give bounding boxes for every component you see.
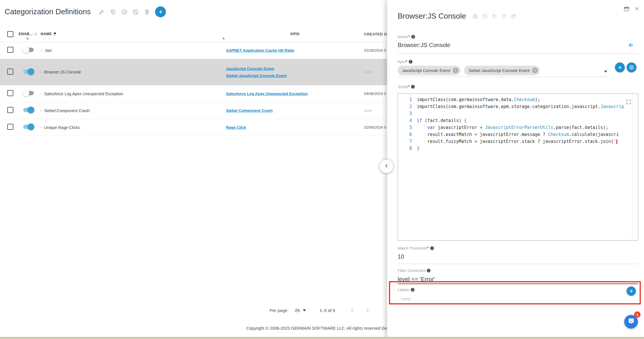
add-definition-button[interactable] xyxy=(155,6,166,17)
row-checkbox[interactable] xyxy=(7,124,13,130)
insert-variable-icon[interactable] xyxy=(628,42,633,48)
line-number: 8 xyxy=(398,145,417,152)
line-text: importClass(com.germainsoftware.apm.stor… xyxy=(417,103,638,110)
match-threshold-label: Match Threshold* xyxy=(398,246,434,250)
fullscreen-icon[interactable] xyxy=(626,99,632,105)
kpi-chip[interactable]: Siebel JavaScript Console Event ✕ xyxy=(464,66,540,75)
kpi-link[interactable]: Salesforce Log Apex Unexpected Exception xyxy=(226,92,308,96)
column-header-kpis[interactable]: KPIS xyxy=(290,32,299,36)
column-header-created[interactable]: CREATED O xyxy=(364,32,387,36)
copy-icon[interactable] xyxy=(491,13,497,19)
kpi-links: Siebel Component Crash xyxy=(226,108,364,113)
code-line: 3 xyxy=(398,110,638,117)
kpi-link[interactable]: Siebel Component Crash xyxy=(226,108,273,113)
kpi-links: Salesforce Log Apex Unexpected Exception xyxy=(226,92,364,96)
select-all-checkbox[interactable] xyxy=(7,31,13,37)
prev-page-button[interactable] xyxy=(349,307,356,313)
kpi-link[interactable]: ASPNET Application Cache Hit Ratio xyxy=(226,48,294,53)
match-threshold-underline xyxy=(398,264,638,264)
kpi-link[interactable]: JavaScript Console Event xyxy=(226,67,274,71)
row-checkbox[interactable] xyxy=(7,90,13,96)
chevron-down-icon[interactable] xyxy=(604,71,607,73)
enabled-toggle[interactable] xyxy=(23,48,34,52)
info-icon xyxy=(409,60,412,64)
page-range: 1–5 of 5 xyxy=(320,308,335,313)
ban-icon[interactable] xyxy=(482,13,488,19)
info-icon xyxy=(411,85,415,89)
page-title: Categorization Definitions xyxy=(5,7,91,16)
name-input[interactable]: Browser:JS Console xyxy=(398,42,450,49)
line-text: var javascriptError = JavascriptErrorPar… xyxy=(417,124,638,131)
list-toolbar: Categorization Definitions xyxy=(5,6,166,17)
required-asterisk: * xyxy=(406,59,407,64)
code-line: 7 result.fuzzyMatch = javascriptError.st… xyxy=(398,138,638,145)
detail-panel: Browser:JS Console Name* Browser:JS Cons… xyxy=(387,0,644,339)
kpi-chip-label: Siebel JavaScript Console Event xyxy=(469,68,530,73)
enabled-toggle[interactable] xyxy=(23,91,34,95)
table-row[interactable]: Unique Rage Clicks Rage Click 02/09/2024… xyxy=(0,119,387,136)
required-asterisk: * xyxy=(427,246,428,250)
filter-constraint-underline xyxy=(398,284,638,284)
kpi-link[interactable]: Rage Click xyxy=(226,125,246,130)
info-icon xyxy=(411,35,415,39)
check-circle-icon[interactable] xyxy=(121,9,128,15)
definition-name: Browser:JS Console xyxy=(44,70,81,74)
remove-chip-icon[interactable]: ✕ xyxy=(532,68,538,73)
trash-icon[interactable] xyxy=(144,9,150,15)
table-row[interactable]: Browser:JS Console JavaScript Console Ev… xyxy=(0,59,387,85)
sort-icons[interactable] xyxy=(35,32,37,36)
enabled-toggle[interactable] xyxy=(23,108,34,112)
kpi-chip[interactable]: JavaScript Console Event ✕ xyxy=(398,66,460,75)
table-row[interactable]: .Net ASPNET Application Cache Hit Ratio … xyxy=(0,42,387,59)
remove-chip-icon[interactable]: ✕ xyxy=(453,68,458,73)
row-checkbox[interactable] xyxy=(7,47,13,53)
row-checkbox[interactable] xyxy=(7,107,13,113)
kpi-link[interactable]: Siebel JavaScript Console Event xyxy=(226,73,287,78)
kpi-links: Rage Click xyxy=(226,125,364,130)
row-dot-icon xyxy=(41,93,42,94)
code-line: 2 importClass(com.germainsoftware.apm.st… xyxy=(398,103,638,110)
enabled-toggle[interactable] xyxy=(23,69,34,74)
ban-icon[interactable] xyxy=(132,9,139,15)
line-number: 3 xyxy=(398,110,417,117)
match-threshold-input[interactable]: 10 xyxy=(398,253,404,260)
sort-icons-active[interactable] xyxy=(53,32,56,36)
editor-scrollbar[interactable] xyxy=(632,94,632,240)
row-dot-icon xyxy=(41,72,42,73)
info-icon xyxy=(430,246,434,250)
script-code-editor[interactable]: 1 importClass(com.germainsoftware.data.C… xyxy=(398,94,638,241)
per-page-value: 25 xyxy=(295,308,300,313)
edit-icon[interactable] xyxy=(98,9,105,15)
definition-name: Unique Rage Clicks xyxy=(44,125,80,130)
copy-icon[interactable] xyxy=(110,9,116,15)
filter-constraint-input[interactable]: level == 'Error' xyxy=(398,276,435,283)
add-label-button[interactable] xyxy=(627,286,636,296)
row-checkbox[interactable] xyxy=(7,69,13,75)
add-kpi-button[interactable] xyxy=(615,62,625,72)
code-line: 6 result.exactMatch = javascriptError.me… xyxy=(398,131,638,138)
table-row[interactable]: Salesforce Log Apex Unexpected Exception… xyxy=(0,85,387,102)
next-page-button[interactable] xyxy=(364,307,371,313)
table-row[interactable]: Siebel:Component Crash Siebel Component … xyxy=(0,102,387,119)
table-header: ENAB... ✎ NAME KPIS ✎ CREATED O ✎ xyxy=(0,26,387,42)
created-on: 02/09/2024 0 xyxy=(364,125,387,130)
close-icon[interactable] xyxy=(634,6,640,12)
edit-square-icon[interactable] xyxy=(511,13,516,19)
view-kpi-button[interactable] xyxy=(627,62,636,72)
save-icon[interactable] xyxy=(472,13,478,19)
kpi-chip-label: JavaScript Console Event xyxy=(402,68,450,73)
per-page-select[interactable]: 25 xyxy=(295,308,306,313)
enabled-toggle[interactable] xyxy=(23,125,34,129)
collapse-panel-button[interactable] xyxy=(380,159,393,173)
line-text: result.fuzzyMatch = javascriptError.stac… xyxy=(417,138,638,145)
pagination: Per page: 25 1–5 of 5 xyxy=(270,304,371,317)
column-header-name[interactable]: NAME xyxy=(41,32,52,36)
line-number: 4 xyxy=(398,117,417,124)
popout-window-icon[interactable] xyxy=(623,6,630,12)
chat-unread-badge: 1 xyxy=(634,311,641,318)
trash-icon[interactable] xyxy=(501,13,507,19)
column-header-enabled[interactable]: ENAB... xyxy=(19,32,33,36)
line-number: 2 xyxy=(398,103,417,110)
per-page-label: Per page: xyxy=(270,308,288,313)
created-on: 04/08/2024 0 xyxy=(364,92,387,96)
